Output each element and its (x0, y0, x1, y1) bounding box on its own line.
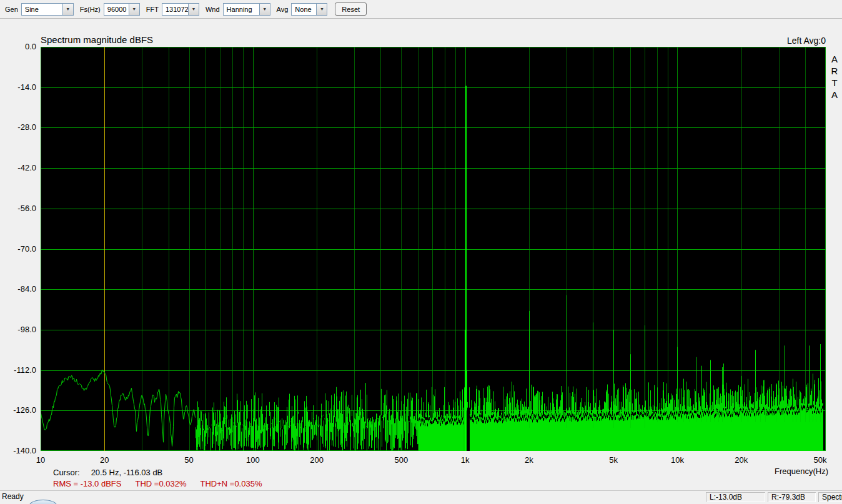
wnd-label: Wnd (206, 6, 220, 13)
spectrum-plot[interactable] (41, 47, 826, 451)
cursor-readout: Cursor:20.5 Hz, -116.03 dB (53, 468, 162, 477)
spectrum-chart-region: Spectrum magnitude dBFS Left Avg:0 A R T… (0, 19, 842, 490)
status-ready-text: Ready (2, 492, 24, 501)
x-tick-label: 500 (379, 455, 423, 465)
cursor-readout-label: Cursor: (53, 468, 80, 477)
x-tick-label: 2k (507, 455, 551, 465)
x-tick-label: 100 (231, 455, 275, 465)
status-left-level: L:-13.0dB (706, 492, 765, 502)
status-mode: Spectrum A (818, 492, 842, 502)
fft-size-select[interactable]: 131072 ▼ (162, 3, 199, 16)
fft-label: FFT (146, 6, 159, 13)
x-tick-label: 1k (443, 455, 487, 465)
averaging-value: None (292, 6, 316, 13)
window-select[interactable]: Hanning ▼ (223, 3, 270, 16)
gen-label: Gen (5, 6, 18, 13)
generator-select[interactable]: Sine ▼ (21, 3, 74, 16)
status-right-level: R:-79.3dB (768, 492, 816, 502)
y-tick-label: -42.0 (0, 163, 36, 172)
thdn-value: THD+N =0.035% (200, 479, 262, 488)
averaging-select[interactable]: None ▼ (291, 3, 327, 16)
arta-brand-label: A R T A (829, 53, 840, 101)
thd-value: THD =0.032% (135, 479, 186, 488)
chevron-down-icon[interactable]: ▼ (259, 4, 270, 15)
avg-label: Avg (277, 6, 289, 13)
y-tick-label: -98.0 (0, 325, 36, 334)
window-value: Hanning (224, 6, 259, 13)
y-tick-label: 0.0 (0, 42, 36, 51)
x-tick-label: 10k (655, 455, 699, 465)
x-tick-label: 20 (82, 455, 126, 465)
y-tick-label: -28.0 (0, 122, 36, 132)
y-tick-label: -70.0 (0, 244, 36, 254)
fs-label: Fs(Hz) (80, 6, 101, 13)
chevron-down-icon[interactable]: ▼ (316, 4, 327, 15)
fft-size-value: 131072 (162, 6, 188, 13)
x-axis-title: Frequency(Hz) (701, 467, 828, 476)
x-tick-label: 50k (798, 455, 842, 465)
rms-value: RMS = -13.0 dBFS (53, 479, 121, 488)
arta-window: Gen Sine ▼ Fs(Hz) 96000 ▼ FFT 131072 ▼ W… (0, 0, 842, 504)
x-tick-label: 20k (720, 455, 763, 465)
plot-title: Spectrum magnitude dBFS (41, 34, 153, 45)
generator-value: Sine (22, 6, 62, 13)
channel-average-info: Left Avg:0 (687, 36, 826, 46)
y-tick-label: -84.0 (0, 284, 36, 294)
y-tick-label: -112.0 (0, 365, 36, 375)
chevron-down-icon[interactable]: ▼ (62, 4, 73, 15)
samplerate-value: 96000 (104, 6, 129, 13)
chevron-down-icon[interactable]: ▼ (188, 4, 199, 15)
measurement-readout: RMS = -13.0 dBFSTHD =0.032%THD+N =0.035% (53, 479, 275, 488)
samplerate-select[interactable]: 96000 ▼ (104, 3, 140, 16)
x-tick-label: 50 (167, 455, 211, 465)
y-tick-label: -14.0 (0, 82, 36, 92)
chevron-down-icon[interactable]: ▼ (129, 4, 139, 15)
x-tick-label: 200 (295, 455, 339, 465)
y-tick-label: -56.0 (0, 204, 36, 213)
y-tick-label: -140.0 (0, 446, 36, 455)
x-tick-label: 5k (592, 455, 635, 465)
y-tick-label: -126.0 (0, 405, 36, 415)
x-tick-label: 10 (19, 455, 62, 465)
cursor-readout-value: 20.5 Hz, -116.03 dB (91, 468, 163, 477)
status-bar: Ready L:-13.0dB R:-79.3dB Spectrum A (0, 490, 842, 504)
toolbar: Gen Sine ▼ Fs(Hz) 96000 ▼ FFT 131072 ▼ W… (0, 0, 842, 19)
reset-button[interactable]: Reset (335, 2, 367, 16)
